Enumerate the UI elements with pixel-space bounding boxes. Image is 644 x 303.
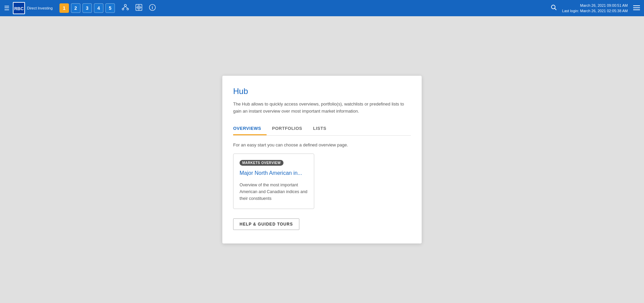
- svg-text:RBC: RBC: [14, 6, 24, 11]
- markets-overview-card[interactable]: MARKETS OVERVIEW Major North American in…: [233, 154, 314, 209]
- rbc-logo: RBC: [13, 2, 25, 14]
- crosshair-icon[interactable]: [135, 4, 143, 13]
- main-content: Hub The Hub allows to quickly access ove…: [0, 16, 644, 303]
- datetime-display: March 26, 2021 09:00:51 AM Last login: M…: [562, 3, 628, 14]
- tab-portfolios[interactable]: PORTFOLIOS: [272, 123, 308, 135]
- hamburger-right-icon[interactable]: [633, 5, 640, 12]
- nav-center-icons: i: [122, 3, 156, 13]
- search-icon[interactable]: [551, 4, 557, 12]
- workspace-tabs: 1 2 3 4 5: [59, 3, 115, 13]
- nav-right-area: March 26, 2021 09:00:51 AM Last login: M…: [551, 3, 640, 14]
- svg-text:i: i: [152, 5, 153, 10]
- tab-overviews[interactable]: OVERVIEWS: [233, 123, 267, 135]
- hub-description: The Hub allows to quickly access overvie…: [233, 101, 411, 115]
- svg-line-6: [125, 6, 128, 8]
- workspace-tab-4[interactable]: 4: [94, 3, 103, 13]
- svg-line-14: [554, 8, 556, 10]
- network-icon[interactable]: [122, 3, 129, 13]
- top-navbar: ☰ RBC Direct Investing 1 2 3 4 5: [0, 0, 644, 16]
- workspace-tab-1[interactable]: 1: [59, 3, 69, 13]
- card-body: Overview of the most important American …: [240, 182, 308, 202]
- svg-point-3: [122, 8, 124, 10]
- workspace-tab-3[interactable]: 3: [82, 3, 92, 13]
- svg-point-4: [127, 8, 128, 10]
- hub-card: Hub The Hub allows to quickly access ove…: [222, 76, 422, 243]
- info-icon[interactable]: i: [149, 4, 156, 13]
- workspace-tab-5[interactable]: 5: [105, 3, 115, 13]
- hub-tabs: OVERVIEWS PORTFOLIOS LISTS: [233, 123, 411, 136]
- tab-lists[interactable]: LISTS: [313, 123, 332, 135]
- help-guided-tours-button[interactable]: HELP & GUIDED TOURS: [233, 218, 299, 230]
- svg-line-5: [123, 6, 125, 8]
- workspace-tab-2[interactable]: 2: [71, 3, 80, 13]
- brand-text: Direct Investing: [27, 6, 53, 10]
- logo-area: RBC Direct Investing: [13, 2, 53, 14]
- hub-title: Hub: [233, 87, 411, 96]
- card-title: Major North American in...: [240, 170, 308, 177]
- card-badge: MARKETS OVERVIEW: [240, 160, 283, 166]
- overview-description: For an easy start you can choose a defin…: [233, 142, 411, 147]
- hamburger-menu-button[interactable]: ☰: [4, 5, 9, 11]
- svg-point-2: [124, 4, 126, 6]
